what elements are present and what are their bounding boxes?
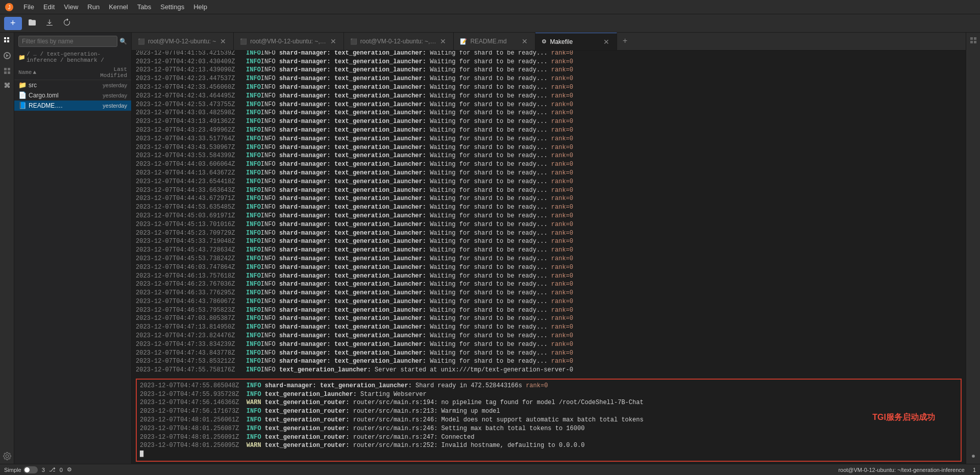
log-line: 2023-12-07T04:45:33.719048Z INFOINFO sha… — [136, 237, 962, 246]
file-name-label: Cargo.toml — [29, 92, 89, 99]
highlight-log-line: 2023-12-07T04:48:01.256087Z INFO text_ge… — [140, 424, 958, 433]
list-item[interactable]: 📘 README…. yesterday — [14, 101, 131, 111]
tab-close-button[interactable]: ✕ — [439, 37, 447, 45]
menu-help[interactable]: Help — [189, 2, 211, 12]
add-tab-button[interactable]: + — [617, 33, 632, 50]
tab-close-button[interactable]: ✕ — [521, 37, 529, 45]
file-modified-label: yesterday — [91, 82, 127, 88]
breadcrumb: 📁 / … / text-generation-inference / benc… — [14, 50, 131, 65]
open-folder-button[interactable] — [25, 17, 39, 30]
log-line: 2023-12-07T04:43:43.530967Z INFOINFO sha… — [136, 143, 962, 152]
file-modified-label: yesterday — [91, 92, 127, 98]
terminal-icon: ⬛ — [240, 38, 247, 45]
log-line: 2023-12-07T04:44:43.672971Z INFOINFO sha… — [136, 194, 962, 203]
tab-2[interactable]: ⬛ root@VM-0-12-ubuntu: ~,… ✕ — [344, 33, 454, 50]
activity-running-icon[interactable] — [2, 50, 13, 61]
highlight-box: 2023-12-07T04:47:55.865048Z INFO shard-m… — [136, 379, 962, 462]
column-modified[interactable]: Last Modified — [86, 66, 127, 79]
markdown-icon: 📝 — [460, 38, 467, 45]
content-area: ⬛ root@VM-0-12-ubuntu: ~ ✕ ⬛ root@VM-0-1… — [132, 33, 966, 464]
highlight-log-line: 2023-12-07T04:48:01.256061Z INFO text_ge… — [140, 416, 958, 424]
tab-label: Makefile — [550, 38, 573, 45]
tab-0[interactable]: ⬛ root@VM-0-12-ubuntu: ~ ✕ — [132, 33, 234, 50]
terminal-content: 2023-12-07T04:40:53.370496Z INFOINFO sha… — [132, 51, 966, 464]
activity-extensions-icon[interactable] — [2, 81, 13, 92]
activity-settings-icon[interactable] — [2, 451, 13, 462]
log-line: 2023-12-07T04:47:33.834239Z INFOINFO sha… — [136, 340, 962, 349]
tab-label: root@VM-0-12-ubuntu: ~ — [148, 38, 216, 45]
tab-label: root@VM-0-12-ubuntu: ~,… — [360, 38, 436, 45]
log-line: 2023-12-07T04:46:33.776295Z INFOINFO sha… — [136, 289, 962, 297]
tab-3[interactable]: 📝 README.md ✕ — [454, 33, 535, 50]
file-search-area: 🔍 — [14, 33, 131, 50]
menu-edit[interactable]: Edit — [39, 2, 59, 12]
log-line: 2023-12-07T04:44:03.606064Z INFOINFO sha… — [136, 160, 962, 169]
sort-arrow-icon: ▲ — [33, 69, 36, 76]
refresh-button[interactable] — [60, 17, 74, 30]
list-item[interactable]: 📁 src yesterday — [14, 80, 131, 90]
menu-kernel[interactable]: Kernel — [105, 2, 132, 12]
readme-icon: 📘 — [18, 102, 27, 110]
simple-label: Simple — [4, 467, 21, 473]
log-line: 2023-12-07T04:42:23.447537Z INFOINFO sha… — [136, 74, 962, 83]
highlight-log-line: 2023-12-07T04:47:56.146366Z WARN text_ge… — [140, 398, 958, 407]
toggle-knob — [24, 467, 30, 472]
menu-settings[interactable]: Settings — [156, 2, 188, 12]
tab-1[interactable]: ⬛ root@VM-0-12-ubuntu: ~,… ✕ — [234, 33, 344, 50]
app-logo: J — [4, 2, 14, 12]
log-line: 2023-12-07T04:46:43.786067Z INFOINFO sha… — [136, 297, 962, 306]
svg-text:J: J — [8, 5, 11, 10]
tab-close-button[interactable]: ✕ — [602, 38, 610, 46]
log-line: 2023-12-07T04:43:13.491362Z INFOINFO sha… — [136, 117, 962, 126]
tab-bar: ⬛ root@VM-0-12-ubuntu: ~ ✕ ⬛ root@VM-0-1… — [132, 33, 966, 51]
column-name[interactable]: Name ▲ — [18, 66, 84, 79]
activity-tabs-icon[interactable] — [2, 65, 13, 77]
folder-icon: 📁 — [18, 81, 27, 89]
simple-toggle[interactable]: Simple — [4, 466, 38, 473]
menu-file[interactable]: File — [19, 2, 38, 12]
upload-button[interactable] — [42, 17, 57, 30]
log-line: 2023-12-07T04:46:13.757618Z INFOINFO sha… — [136, 272, 962, 281]
log-line: 2023-12-07T04:45:23.709729Z INFOINFO sha… — [136, 229, 962, 238]
file-search-input[interactable] — [18, 36, 117, 47]
status-right: root@VM-0-12-ubuntu: ~/text-generation-i… — [838, 467, 976, 473]
tab-label: root@VM-0-12-ubuntu: ~,… — [250, 38, 326, 45]
log-line: 2023-12-07T04:45:53.738242Z INFOINFO sha… — [136, 255, 962, 263]
branch-icon: ⎇ — [49, 466, 56, 473]
log-line: 2023-12-07T04:47:55.758176Z INFOINFO tex… — [136, 366, 962, 374]
list-item[interactable]: 📄 Cargo.toml yesterday — [14, 90, 131, 101]
right-settings-icon[interactable] — [968, 451, 979, 462]
log-line: 2023-12-07T04:44:23.654418Z INFOINFO sha… — [136, 178, 962, 186]
right-bar — [966, 33, 980, 464]
file-name-label: src — [29, 82, 89, 89]
highlight-log-line: 2023-12-07T04:48:01.256091Z INFO text_ge… — [140, 433, 958, 442]
menu-tabs[interactable]: Tabs — [133, 2, 155, 12]
log-line: 2023-12-07T04:44:53.635485Z INFOINFO sha… — [136, 203, 962, 212]
log-line: 2023-12-07T04:42:53.473755Z INFOINFO sha… — [136, 101, 962, 109]
menu-run[interactable]: Run — [83, 2, 104, 12]
activity-bar — [0, 33, 14, 464]
log-line: 2023-12-07T04:44:13.643672Z INFOINFO sha… — [136, 169, 962, 178]
status-line: 1 — [973, 467, 976, 473]
file-panel: 🔍 📁 / … / text-generation-inference / be… — [14, 33, 132, 464]
menu-bar: J File Edit View Run Kernel Tabs Setting… — [0, 0, 980, 14]
file-list: 📁 src yesterday 📄 Cargo.toml yesterday 📘… — [14, 80, 131, 464]
status-number: 3 — [42, 467, 45, 473]
highlight-log-line: 2023-12-07T04:47:55.935728Z INFO text_ge… — [140, 390, 958, 399]
right-panel-icon[interactable] — [968, 35, 979, 46]
log-line: 2023-12-07T04:45:43.728634Z INFOINFO sha… — [136, 246, 962, 255]
file-name-label: README…. — [29, 102, 89, 109]
terminal-icon: ⬛ — [138, 38, 145, 45]
menu-view[interactable]: View — [60, 2, 82, 12]
log-line: 2023-12-07T04:46:23.767036Z INFOINFO sha… — [136, 280, 962, 289]
log-scroll-area[interactable]: 2023-12-07T04:40:53.370496Z INFOINFO sha… — [132, 51, 966, 377]
search-icon-button[interactable]: 🔍 — [119, 38, 127, 45]
activity-files-icon[interactable] — [2, 35, 13, 46]
tab-close-button[interactable]: ✕ — [219, 37, 227, 45]
new-button[interactable]: + — [4, 17, 22, 30]
log-line: 2023-12-07T04:42:33.456060Z INFOINFO sha… — [136, 83, 962, 92]
tab-close-button[interactable]: ✕ — [329, 37, 337, 45]
tab-label: README.md — [470, 38, 506, 45]
tab-4[interactable]: ⚙ Makefile ✕ — [535, 33, 617, 50]
main-layout: 🔍 📁 / … / text-generation-inference / be… — [0, 33, 980, 464]
